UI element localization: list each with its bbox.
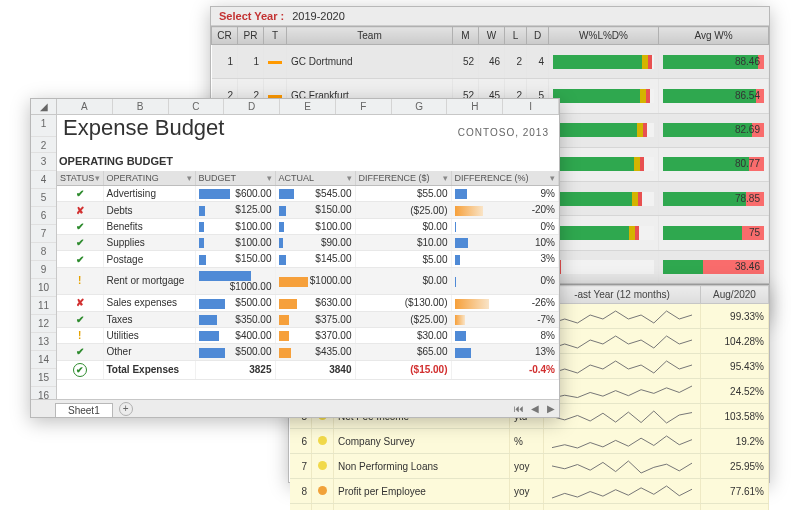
wld-bar	[553, 260, 654, 274]
col-cr[interactable]: CR	[212, 27, 238, 45]
kpi-row[interactable]: 8Profit per Employeeyoy77.61%	[290, 479, 769, 504]
row-header[interactable]: 11	[31, 297, 56, 315]
budget-total-row[interactable]: Total Expenses38253840($15.00)-0.4%	[57, 360, 559, 379]
kpi-row[interactable]: 7Non Performing Loansyoy25.95%	[290, 454, 769, 479]
col-header[interactable]: F	[336, 99, 392, 114]
th-budget[interactable]: BUDGET▾	[195, 171, 275, 186]
sparkline	[548, 357, 696, 375]
budget-row[interactable]: Postage $150.00 $145.00$5.00 3%	[57, 251, 559, 267]
wld-bar	[553, 192, 654, 206]
col-header[interactable]: H	[447, 99, 503, 114]
add-sheet-button[interactable]: +	[119, 402, 133, 416]
status-dot-icon	[318, 486, 327, 495]
status-dot-icon	[318, 436, 327, 445]
budget-table: STATUS▾ OPERATING▾ BUDGET▾ ACTUAL▾ DIFFE…	[57, 171, 559, 380]
th-diff[interactable]: DIFFERENCE ($)▾	[355, 171, 451, 186]
status-icon	[76, 314, 84, 325]
row-header[interactable]: 2	[31, 137, 56, 153]
budget-row[interactable]: Rent or mortgage $1000.00 $1000.00$0.00 …	[57, 267, 559, 294]
page-title: Expense Budget	[63, 115, 224, 141]
col-team[interactable]: Team	[287, 27, 453, 45]
status-icon	[73, 364, 87, 375]
avg-bar: 88.46	[663, 55, 764, 69]
scroll-right-icon[interactable]: ▶	[543, 403, 559, 414]
col-t[interactable]: T	[264, 27, 287, 45]
col-header[interactable]: E	[280, 99, 336, 114]
th-operating[interactable]: OPERATING▾	[103, 171, 195, 186]
soccer-row[interactable]: 11GC Dortmund52462488.46	[212, 45, 769, 79]
col-l[interactable]: L	[505, 27, 527, 45]
col-header[interactable]: C	[169, 99, 225, 114]
budget-row[interactable]: Advertising $600.00 $545.00$55.00 9%	[57, 186, 559, 202]
avg-bar: 80.77	[663, 157, 764, 171]
th-diffp[interactable]: DIFFERENCE (%)▾	[451, 171, 559, 186]
wld-bar	[553, 89, 654, 103]
excel-grid[interactable]: Expense Budget CONTOSO, 2013 OPERATING B…	[57, 115, 559, 399]
status-icon	[76, 254, 84, 265]
col-m[interactable]: M	[453, 27, 479, 45]
row-header[interactable]: 7	[31, 225, 56, 243]
budget-row[interactable]: Benefits $100.00 $100.00$0.00 0%	[57, 218, 559, 234]
scroll-first-icon[interactable]: ⏮	[511, 403, 527, 414]
sparkline	[548, 407, 696, 425]
sparkline	[548, 432, 696, 450]
avg-bar: 86.54	[663, 89, 764, 103]
status-icon	[76, 297, 84, 308]
row-header[interactable]: 3	[31, 153, 56, 171]
col-pr[interactable]: PR	[238, 27, 264, 45]
col-header[interactable]: D	[224, 99, 280, 114]
kpi-col-val[interactable]: Aug/2020	[701, 286, 769, 304]
th-status[interactable]: STATUS▾	[57, 171, 103, 186]
row-header[interactable]: 10	[31, 279, 56, 297]
th-actual[interactable]: ACTUAL▾	[275, 171, 355, 186]
col-wld[interactable]: W%L%D%	[549, 27, 659, 45]
budget-row[interactable]: Supplies $100.00 $90.00$10.00 10%	[57, 235, 559, 251]
row-header[interactable]: 15	[31, 369, 56, 387]
excel-column-headers: ◢ ABCDEFGHI	[31, 99, 559, 115]
excel-body: 12345678910111213141516 Expense Budget C…	[31, 115, 559, 399]
status-icon	[76, 221, 84, 232]
col-w[interactable]: W	[479, 27, 505, 45]
select-all-button[interactable]: ◢	[31, 99, 57, 114]
row-header[interactable]: 16	[31, 387, 56, 399]
row-header[interactable]: 5	[31, 189, 56, 207]
excel-window: ◢ ABCDEFGHI 12345678910111213141516 Expe…	[30, 98, 560, 418]
scroll-left-icon[interactable]: ◀	[527, 403, 543, 414]
avg-bar: 82.69	[663, 123, 764, 137]
budget-row[interactable]: Sales expenses $500.00 $630.00($130.00) …	[57, 295, 559, 311]
avg-bar: 38.46	[663, 260, 764, 274]
kpi-row[interactable]: 6Company Survey%19.2%	[290, 429, 769, 454]
select-year-label: Select Year :	[219, 10, 284, 22]
sparkline	[548, 482, 696, 500]
budget-row[interactable]: Utilities $400.00 $370.00$30.00 8%	[57, 327, 559, 343]
status-dot-icon	[318, 461, 327, 470]
col-header[interactable]: G	[392, 99, 448, 114]
budget-row[interactable]: Other $500.00 $435.00$65.00 13%	[57, 344, 559, 360]
col-header[interactable]: B	[113, 99, 169, 114]
row-header[interactable]: 1	[31, 115, 56, 137]
budget-row[interactable]: Taxes $350.00 $375.00($25.00) -7%	[57, 311, 559, 327]
status-icon	[76, 188, 84, 199]
kpi-row[interactable]: 9Efficiency Ratio%58.97%	[290, 504, 769, 511]
status-icon	[78, 275, 81, 286]
col-header[interactable]: I	[503, 99, 559, 114]
row-header[interactable]: 12	[31, 315, 56, 333]
select-year-value[interactable]: 2019-2020	[292, 10, 345, 22]
row-header[interactable]: 8	[31, 243, 56, 261]
kpi-col-spark[interactable]: -ast Year (12 months)	[544, 286, 701, 304]
sheet-tab[interactable]: Sheet1	[55, 403, 113, 417]
row-header[interactable]: 4	[31, 171, 56, 189]
col-d[interactable]: D	[527, 27, 549, 45]
excel-sheetbar: Sheet1 + ⏮ ◀ ▶	[31, 399, 559, 417]
section-label: OPERATING BUDGET	[59, 155, 173, 167]
status-icon	[76, 205, 84, 216]
row-header[interactable]: 9	[31, 261, 56, 279]
row-header[interactable]: 14	[31, 351, 56, 369]
col-header[interactable]: A	[57, 99, 113, 114]
col-avg[interactable]: Avg W%	[659, 27, 769, 45]
status-icon	[76, 346, 84, 357]
avg-bar: 75	[663, 226, 764, 240]
row-header[interactable]: 13	[31, 333, 56, 351]
budget-row[interactable]: Debts $125.00 $150.00($25.00) -20%	[57, 202, 559, 218]
row-header[interactable]: 6	[31, 207, 56, 225]
